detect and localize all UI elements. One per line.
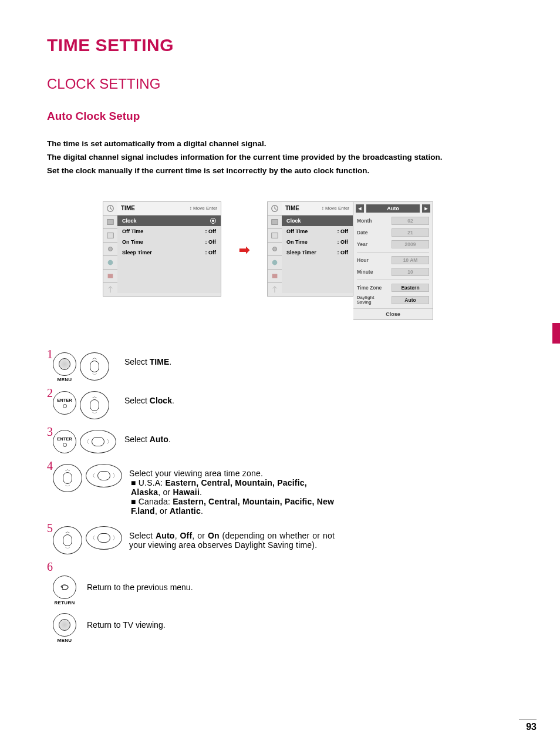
step-text: Select TIME.: [124, 352, 171, 366]
osd-row-clock[interactable]: Clock: [117, 216, 221, 226]
svg-rect-11: [272, 274, 278, 278]
osd-row-offtime[interactable]: Off Time: Off: [117, 226, 221, 237]
close-button[interactable]: Close: [353, 308, 433, 319]
field-timezone[interactable]: Time ZoneEastern: [353, 282, 433, 294]
clock-icon: [268, 202, 282, 216]
step-text: Select Auto.: [124, 430, 171, 444]
osd-title: TIME: [121, 205, 135, 211]
step-text: Select Clock.: [124, 391, 174, 405]
arrow-right-icon: ➡: [239, 243, 249, 258]
osd-panel-right: TIME ↕ Move Enter Clock Off Time: Off On…: [267, 201, 353, 297]
svg-point-4: [108, 260, 113, 265]
enter-button-icon: ENTER: [53, 430, 76, 453]
field-dst[interactable]: Daylight SavingAuto: [353, 294, 433, 307]
field-month[interactable]: Month02: [353, 215, 433, 227]
osd-row-offtime[interactable]: Off Time: Off: [282, 226, 353, 237]
svg-rect-7: [272, 219, 278, 224]
nav-right-button[interactable]: ►: [422, 204, 430, 213]
intro-paragraph: The time is set automatically from a dig…: [47, 137, 516, 178]
menu-button-icon: MENU: [53, 352, 76, 376]
osd-hint: ↕ Move Enter: [190, 206, 217, 211]
menu-button-icon: MENU: [53, 613, 76, 637]
step-text: Select your viewing area time zone. ■ U.…: [129, 464, 335, 516]
menu-icon: [268, 270, 282, 283]
step-number: 2: [47, 386, 53, 400]
svg-point-9: [273, 247, 277, 251]
menu-icon: [103, 283, 117, 296]
svg-rect-8: [272, 233, 278, 238]
side-tab: TIME SETTING: [547, 323, 560, 435]
svg-point-3: [109, 247, 113, 251]
page-number: 93: [519, 719, 537, 732]
field-minute[interactable]: Minute10: [353, 266, 433, 278]
field-year[interactable]: Year2009: [353, 238, 433, 250]
dpad-vertical-icon: ︿﹀: [80, 352, 109, 381]
menu-icon: [103, 229, 117, 243]
menu-icon: [268, 216, 282, 229]
field-hour[interactable]: Hour10 AM: [353, 254, 433, 266]
menu-icon: [268, 229, 282, 243]
dpad-vertical-icon: ︿﹀: [53, 526, 82, 554]
intro-line: The digital channel signal includes info…: [47, 151, 516, 164]
dpad-horizontal-icon: 〈〉: [86, 464, 122, 487]
clock-detail-panel: ◄ Auto ► Month02 Date21 Year2009 Hour10 …: [353, 201, 433, 321]
enter-button-icon: ENTER: [53, 391, 76, 415]
svg-point-10: [272, 260, 278, 265]
step-text: Select Auto, Off, or On (depending on wh…: [129, 526, 335, 550]
menu-icon: [103, 256, 117, 270]
menu-icon: [103, 216, 117, 229]
mode-auto[interactable]: Auto: [366, 204, 420, 213]
section-title: CLOCK SETTING: [47, 76, 516, 92]
page-title: TIME SETTING: [47, 35, 516, 55]
osd-title: TIME: [285, 205, 299, 211]
svg-rect-1: [107, 219, 114, 224]
radio-icon: [210, 218, 216, 224]
intro-line: The time is set automatically from a dig…: [47, 137, 516, 151]
svg-rect-5: [108, 274, 113, 278]
osd-hint: ↕ Move Enter: [322, 206, 349, 211]
step-text: Return to the previous menu.: [87, 583, 193, 592]
nav-left-button[interactable]: ◄: [356, 204, 364, 213]
gear-icon: [268, 243, 282, 256]
clock-icon: [103, 202, 117, 216]
field-date[interactable]: Date21: [353, 227, 433, 238]
osd-row-clock[interactable]: Clock: [282, 216, 353, 226]
osd-panel-left: TIME ↕ Move Enter Clock Off Time: Off On…: [103, 201, 221, 297]
intro-line: Set the clock manually if the current ti…: [47, 164, 516, 178]
subsection-title: Auto Clock Setup: [47, 110, 516, 123]
step-number: 4: [47, 459, 53, 473]
osd-row-sleep[interactable]: Sleep Timer: Off: [282, 247, 353, 258]
osd-row-sleep[interactable]: Sleep Timer: Off: [117, 247, 221, 258]
gear-icon: [103, 243, 117, 256]
step-number: 5: [47, 521, 53, 535]
menu-icon: [103, 270, 117, 283]
step-number: 3: [47, 425, 53, 439]
dpad-vertical-icon: ︿﹀: [80, 391, 109, 419]
menu-icon: [268, 283, 282, 296]
osd-row-ontime[interactable]: On Time: Off: [282, 237, 353, 247]
dpad-vertical-icon: ︿﹀: [53, 464, 82, 492]
step-number: 6: [47, 560, 53, 574]
menu-icon: [268, 256, 282, 270]
dpad-horizontal-icon: 〈〉: [80, 430, 116, 453]
svg-rect-2: [107, 233, 114, 238]
step-number: 1: [47, 348, 53, 361]
dpad-horizontal-icon: 〈〉: [86, 526, 122, 550]
osd-row-ontime[interactable]: On Time: Off: [117, 237, 221, 247]
return-button-icon: RETURN: [53, 576, 76, 599]
step-text: Return to TV viewing.: [87, 620, 166, 630]
